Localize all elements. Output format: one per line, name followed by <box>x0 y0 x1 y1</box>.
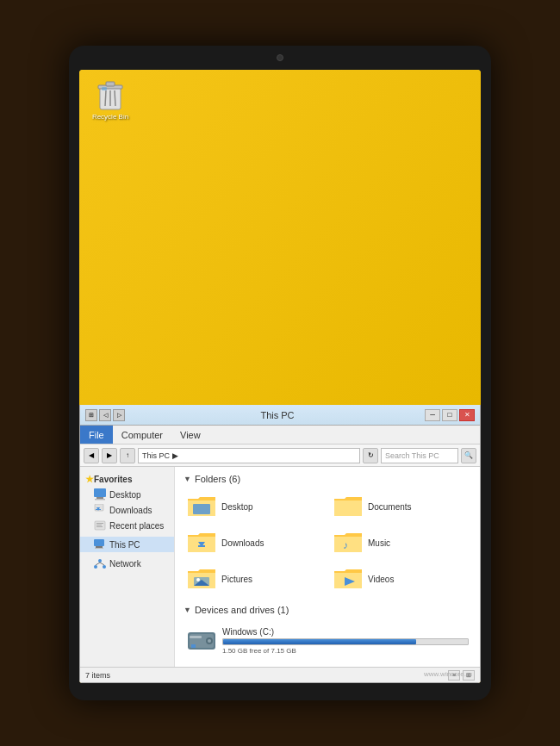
recycle-bin-label: Recycle Bin <box>92 113 128 121</box>
view-menu[interactable]: View <box>171 426 209 444</box>
folder-music-label: Music <box>368 538 390 548</box>
svg-rect-17 <box>94 539 104 546</box>
sidebar-item-thispc[interactable]: This PC <box>80 537 174 552</box>
search-icon[interactable]: 🔍 <box>461 448 476 463</box>
svg-point-20 <box>98 559 102 563</box>
drives-section: ▼ Devices and drives (1) <box>184 605 471 660</box>
folder-downloads[interactable]: Downloads <box>184 527 325 558</box>
svg-line-24 <box>100 563 104 565</box>
drive-bar-bg <box>222 638 469 645</box>
folder-music[interactable]: ♪ Music <box>330 527 471 558</box>
svg-point-36 <box>208 639 211 643</box>
folder-videos-icon <box>333 566 364 592</box>
computer-menu[interactable]: Computer <box>113 426 171 444</box>
search-bar[interactable]: Search This PC <box>381 448 458 463</box>
this-pc-label: This PC <box>109 540 140 550</box>
folder-downloads-icon <box>186 530 217 556</box>
folders-section-header: ▼ Folders (6) <box>184 474 471 484</box>
folder-desktop-icon <box>186 494 217 519</box>
maximize-button[interactable]: □ <box>442 409 457 421</box>
folder-videos[interactable]: Videos <box>330 563 471 594</box>
favorites-section: ★ Favorites Desktop <box>80 472 174 533</box>
folder-desktop-label: Desktop <box>221 502 253 512</box>
refresh-button[interactable]: ↻ <box>363 448 378 463</box>
close-button[interactable]: ✕ <box>459 409 475 421</box>
favorites-label: Favorites <box>94 475 132 484</box>
content-pane: ▼ Folders (6) <box>175 467 480 667</box>
svg-point-30 <box>196 578 200 581</box>
svg-rect-6 <box>102 87 107 90</box>
status-bar: 7 items ≡ ⊞ <box>80 667 480 682</box>
up-nav-button[interactable]: ↑ <box>120 448 135 463</box>
sidebar: ★ Favorites Desktop <box>80 467 175 667</box>
favorites-header[interactable]: ★ Favorites <box>80 472 174 487</box>
window-controls: ─ □ ✕ <box>425 409 475 421</box>
svg-line-23 <box>96 563 100 565</box>
file-menu[interactable]: File <box>80 426 113 444</box>
title-bar: ⊞ ◁ ▷ This PC ─ □ ✕ <box>80 405 480 426</box>
desktop-label: Desktop <box>109 490 141 500</box>
folder-downloads-label: Downloads <box>221 538 264 548</box>
folder-pictures[interactable]: Pictures <box>184 563 325 594</box>
folder-videos-label: Videos <box>368 575 394 584</box>
desktop-icon <box>94 488 106 500</box>
network-section: Network <box>80 556 174 571</box>
svg-point-21 <box>94 565 97 569</box>
network-icon <box>94 557 106 569</box>
svg-rect-2 <box>106 82 115 86</box>
recycle-bin[interactable]: Recycle Bin <box>90 80 131 121</box>
folders-arrow-icon: ▼ <box>184 475 191 483</box>
sidebar-item-recent[interactable]: Recent places <box>80 518 174 533</box>
items-count: 7 items <box>85 671 110 680</box>
svg-rect-37 <box>191 644 196 648</box>
address-text: This PC ▶ <box>142 451 178 460</box>
svg-rect-19 <box>95 548 103 549</box>
folder-pictures-label: Pictures <box>221 575 252 584</box>
quick-access-icon[interactable]: ⊞ <box>85 409 97 421</box>
svg-rect-8 <box>96 497 103 499</box>
drive-windows-c[interactable]: Windows (C:) 1.50 GB free of 7.15 GB <box>184 622 471 660</box>
forward-icon[interactable]: ▷ <box>113 409 125 421</box>
sidebar-item-downloads[interactable]: Downloads <box>80 502 174 518</box>
drive-name: Windows (C:) <box>222 627 469 637</box>
svg-point-22 <box>103 565 106 569</box>
back-icon[interactable]: ◁ <box>99 409 111 421</box>
minimize-button[interactable]: ─ <box>425 409 440 421</box>
folder-documents-label: Documents <box>368 502 412 512</box>
folders-section-label: Folders (6) <box>195 474 240 484</box>
svg-rect-16 <box>96 526 103 527</box>
camera-dot <box>277 54 283 61</box>
tablet-screen: Recycle Bin ⊞ ◁ ▷ This PC ─ □ ✕ <box>79 70 481 683</box>
downloads-icon <box>94 504 106 516</box>
svg-rect-38 <box>190 636 202 638</box>
title-bar-icons: ⊞ ◁ ▷ <box>85 409 125 421</box>
sidebar-item-desktop[interactable]: Desktop <box>80 487 174 502</box>
folder-desktop[interactable]: Desktop <box>184 491 325 522</box>
drives-section-label: Devices and drives (1) <box>195 605 289 615</box>
sidebar-item-network[interactable]: Network <box>80 556 174 571</box>
svg-rect-18 <box>96 546 103 548</box>
drive-info: Windows (C:) 1.50 GB free of 7.15 GB <box>222 627 469 655</box>
drive-space-label: 1.50 GB free of 7.15 GB <box>222 647 469 655</box>
drive-bar-fill <box>223 639 416 644</box>
star-icon: ★ <box>85 474 94 485</box>
recent-label: Recent places <box>109 521 164 531</box>
address-bar[interactable]: This PC ▶ <box>138 448 360 463</box>
toolbar: ◀ ▶ ↑ This PC ▶ ↻ Search This PC 🔍 <box>80 444 480 467</box>
tablet-frame: Recycle Bin ⊞ ◁ ▷ This PC ─ □ ✕ <box>69 46 491 700</box>
svg-rect-27 <box>198 545 205 547</box>
drives-arrow-icon: ▼ <box>184 606 191 614</box>
svg-line-3 <box>105 90 106 106</box>
svg-rect-9 <box>95 499 105 500</box>
folders-grid: Desktop Documents <box>184 491 471 594</box>
svg-rect-12 <box>96 509 101 510</box>
back-nav-button[interactable]: ◀ <box>84 448 99 463</box>
svg-rect-7 <box>94 488 106 497</box>
folder-documents[interactable]: Documents <box>330 491 471 522</box>
recycle-bin-icon <box>96 80 124 111</box>
folder-documents-icon <box>333 494 364 519</box>
search-placeholder: Search This PC <box>385 451 439 460</box>
watermark: www.wincore.ru <box>424 670 472 678</box>
downloads-label: Downloads <box>109 506 152 515</box>
forward-nav-button[interactable]: ▶ <box>102 448 117 463</box>
